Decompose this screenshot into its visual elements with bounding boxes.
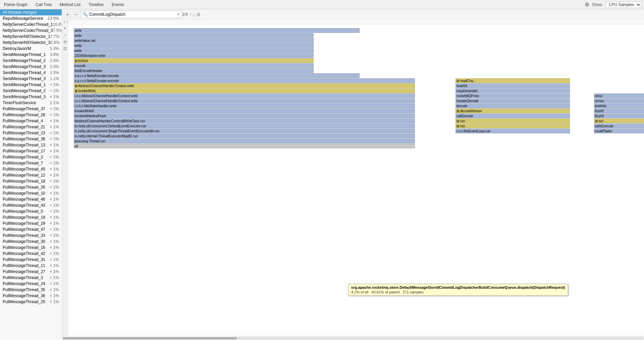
flame-bar-37[interactable]: doWrite <box>594 104 644 108</box>
flame-bar-33[interactable]: ⊞ run <box>455 124 570 128</box>
next-result-button[interactable]: ↓ <box>193 12 195 17</box>
sidebar-item-22[interactable]: PullMessageThread_13< 1% <box>0 142 62 148</box>
sidebar-item-16[interactable]: PullMessageThread_37< 1% <box>0 106 62 112</box>
zoom-plus-icon[interactable]: + <box>64 26 66 31</box>
zoom-fit-icon[interactable]: ⊡ <box>63 46 67 51</box>
zoom-reset-icon[interactable]: ⊙ <box>63 40 67 44</box>
sidebar-item-17[interactable]: PullMessageThread_28< 1% <box>0 112 62 118</box>
sidebar-item-47[interactable]: PullMessageThread_36< 1% <box>0 293 62 299</box>
prev-result-button[interactable]: ↑ <box>189 12 192 17</box>
nav-timeline[interactable]: Timeline <box>87 0 105 9</box>
sidebar-item-43[interactable]: PullMessageThread_27< 1% <box>0 269 62 275</box>
flame-bar-6[interactable]: ⊞ toJson <box>74 58 314 63</box>
sidebar-item-35[interactable]: PullMessageThread_29< 1% <box>0 220 62 226</box>
flame-bar-10[interactable]: o.a.r.r.n.NettyEncoder.encode <box>74 78 415 83</box>
sidebar-item-41[interactable]: PullMessageThread_31< 1% <box>0 257 62 263</box>
sidebar-item-44[interactable]: PullMessageThread_3< 1% <box>0 275 62 281</box>
flame-bar-35[interactable]: remo <box>594 93 644 98</box>
sidebar-item-10[interactable]: SendMessageThread_41.5% <box>0 70 62 76</box>
flame-bar-15[interactable]: i.n.h.t.IdleStateHandler.write <box>74 104 415 108</box>
sidebar-item-0[interactable]: All threads merged <box>0 9 62 15</box>
flame-bar-8[interactable]: fastEncodeHeader <box>74 68 314 73</box>
flame-bar-39[interactable]: flush0 <box>594 114 644 118</box>
sidebar-item-11[interactable]: SendMessageThread_31.1% <box>0 76 62 82</box>
flame-bar-11[interactable]: ⊞ AbstractChannelHandlerContext.write <box>74 83 415 88</box>
sidebar-item-33[interactable]: PullMessageThread_5< 1% <box>0 208 62 214</box>
flame-bar-24[interactable]: ⊞ readCha... <box>455 78 570 83</box>
flame-bar-29[interactable]: decode <box>455 104 570 108</box>
sidebar-item-42[interactable]: PullMessageThread_11< 1% <box>0 263 62 269</box>
search-close[interactable]: × <box>177 11 180 17</box>
sidebar-item-36[interactable]: PullMessageThread_47< 1% <box>0 226 62 232</box>
flame-bar-9[interactable]: o.a.r.r.n.NettyEncoder.encode <box>74 73 360 78</box>
sidebar-item-37[interactable]: PullMessageThread_33< 1% <box>0 232 62 239</box>
flame-bar-28[interactable]: headerDecode <box>455 98 570 103</box>
flame-bar-5[interactable]: JSONSerializer.write <box>74 53 314 58</box>
flame-bar-3[interactable]: write <box>74 43 314 48</box>
nav-flame-graph[interactable]: Flame Graph <box>3 0 29 9</box>
sidebar-item-28[interactable]: PullMessageThread_18< 1% <box>0 178 62 184</box>
flame-bar-25[interactable]: readStr <box>455 83 570 88</box>
search-input[interactable] <box>89 12 175 17</box>
canvas-wrapper[interactable]: org.apache.rocketmq.store.DefaultMessage… <box>68 25 644 336</box>
sidebar-item-2[interactable]: NettyServerCodecThread_116.8% <box>0 21 62 27</box>
flame-bar-17[interactable]: invokeWriteAndFlush <box>74 114 415 118</box>
flame-bar-0[interactable]: write <box>74 28 360 33</box>
flame-bar-19[interactable]: io.netty.util.concurrent.DefaultEventExe… <box>74 124 415 128</box>
sidebar-item-32[interactable]: PullMessageThread_43< 1% <box>0 202 62 208</box>
sidebar-item-13[interactable]: SendMessageThread_2< 1% <box>0 88 62 94</box>
sidebar-item-25[interactable]: PullMessageThread_7< 1% <box>0 160 62 166</box>
sidebar-item-46[interactable]: PullMessageThread_35< 1% <box>0 287 62 293</box>
sidebar-item-21[interactable]: PullMessageThread_38< 1% <box>0 136 62 142</box>
flame-bar-36[interactable]: remov <box>594 98 644 103</box>
sidebar-item-24[interactable]: PullMessageThread_2< 1% <box>0 154 62 160</box>
settings-icon[interactable]: ⚙ <box>585 1 589 8</box>
flame-bar-4[interactable]: write <box>74 48 314 53</box>
sidebar-item-38[interactable]: PullMessageThread_30< 1% <box>0 239 62 245</box>
sidebar-item-48[interactable]: PullMessageThread_25< 1% <box>0 299 62 305</box>
sidebar-item-3[interactable]: NettyServerCodecThread_37.5% <box>0 27 62 33</box>
show-dropdown[interactable]: CPU Samples <box>606 1 641 8</box>
sidebar-item-9[interactable]: SendMessageThread_32.0% <box>0 64 62 70</box>
zoom-out-button[interactable]: − <box>72 10 80 18</box>
zoom-in-button[interactable]: + <box>63 10 71 18</box>
sidebar-item-30[interactable]: PullMessageThread_10< 1% <box>0 190 62 196</box>
flame-bar-27[interactable]: rocketMQProto <box>455 93 570 98</box>
reset-zoom-button[interactable]: ⊙ <box>197 12 201 17</box>
zoom-minus-icon[interactable]: − <box>64 33 66 38</box>
flame-bar-7[interactable]: encode <box>74 63 314 68</box>
sidebar-item-18[interactable]: PullMessageThread_4< 1% <box>0 118 62 124</box>
nav-call-tree[interactable]: Call Tree <box>34 0 53 9</box>
flame-bar-31[interactable]: callDecode <box>455 114 570 118</box>
flame-bar-34[interactable]: i.n.c.NioEventLoop.run <box>455 129 570 133</box>
sidebar-item-23[interactable]: PullMessageThread_17< 1% <box>0 148 62 154</box>
sidebar-item-27[interactable]: PullMessageThread_12< 1% <box>0 172 62 178</box>
sidebar-item-40[interactable]: PullMessageThread_42< 1% <box>0 251 62 257</box>
sidebar-item-19[interactable]: PullMessageThread_21< 1% <box>0 124 62 130</box>
flame-bar-38[interactable]: flush0 <box>594 109 644 113</box>
sidebar-item-34[interactable]: PullMessageThread_19< 1% <box>0 214 62 220</box>
sidebar-item-29[interactable]: PullMessageThread_26< 1% <box>0 184 62 190</box>
sidebar-item-45[interactable]: PullMessageThread_24< 1% <box>0 281 62 287</box>
sidebar-item-1[interactable]: ReputMessageService23.9% <box>0 15 62 21</box>
sidebar-item-31[interactable]: PullMessageThread_46< 1% <box>0 196 62 202</box>
flame-bar-23[interactable]: all <box>74 144 415 148</box>
flame-bar-22[interactable]: java.lang.Thread.run <box>74 139 415 143</box>
flame-bar-13[interactable]: i.n.c.AbstractChannelHandlerContext.writ… <box>74 93 415 98</box>
flame-bar-26[interactable]: mapDeserializ <box>455 88 570 93</box>
sidebar-item-5[interactable]: NettyServerNIOSelector_32.8% <box>0 40 62 46</box>
nav-events[interactable]: Events <box>110 0 125 9</box>
sidebar-item-7[interactable]: SendMessageThread_13.8% <box>0 52 62 58</box>
nav-method-list[interactable]: Method List <box>58 0 82 9</box>
flame-bar-2[interactable]: writeValue set <box>74 38 314 43</box>
sidebar-item-26[interactable]: PullMessageThread_45< 1% <box>0 166 62 172</box>
sidebar-item-14[interactable]: SendMessageThread_3< 1% <box>0 94 62 100</box>
sidebar-item-39[interactable]: PullMessageThread_16< 1% <box>0 245 62 251</box>
flame-bar-14[interactable]: i.n.c.AbstractChannelHandlerContext.writ… <box>74 98 415 103</box>
sidebar-item-15[interactable]: TimerFlushService2.1% <box>0 100 62 106</box>
sidebar-item-4[interactable]: NettyServerNIOSelector_17.7% <box>0 33 62 40</box>
flame-bar-1[interactable]: write <box>74 33 314 38</box>
flame-bar-12[interactable]: ⊞ invokeWrite <box>74 88 415 93</box>
flame-bar-18[interactable]: AbstractChannelHandlerContext$WriteTask.… <box>74 119 415 123</box>
sidebar-item-12[interactable]: SendMessageThread_1< 1% <box>0 82 62 88</box>
